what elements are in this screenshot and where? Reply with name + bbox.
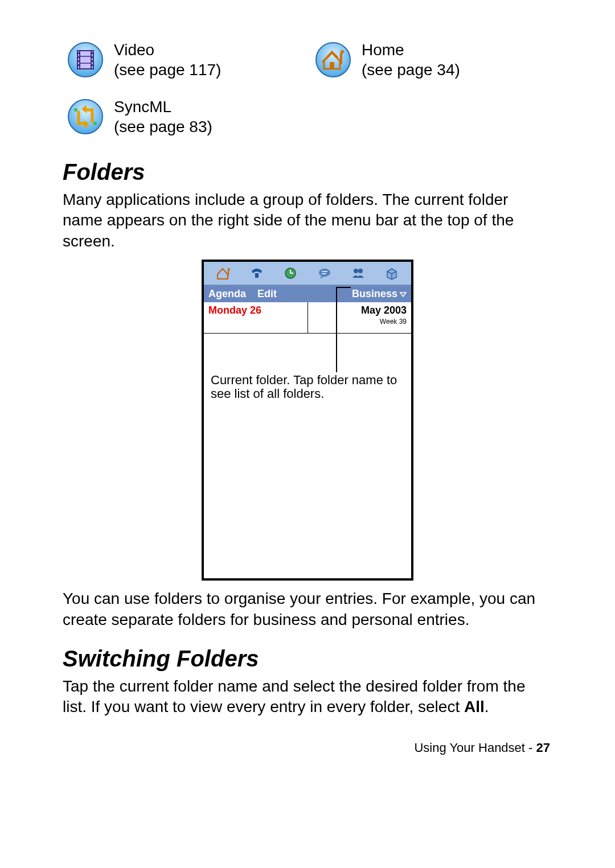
syncml-title: SyncML [114, 98, 171, 116]
device-screenshot: Agenda Edit Business Monday 26 May 2003 … [202, 260, 413, 581]
svg-point-18 [68, 100, 102, 134]
status-clock-icon [283, 266, 298, 280]
svg-rect-8 [78, 60, 80, 62]
svg-point-14 [316, 43, 350, 77]
switching-text-a: Tap the current folder name and select t… [63, 677, 525, 715]
callout-line-vertical [336, 287, 337, 372]
video-label: Video (see page 117) [114, 40, 305, 80]
switching-text-b: . [485, 698, 489, 715]
svg-point-22 [228, 268, 230, 270]
status-home-icon [216, 266, 231, 280]
switching-folders-heading: Switching Folders [63, 646, 552, 672]
folder-name: Business [352, 288, 397, 300]
home-icon [310, 42, 356, 78]
home-label: Home (see page 34) [362, 40, 552, 80]
device-menu-bar: Agenda Edit Business [204, 285, 411, 302]
syncml-ref: (see page 83) [114, 118, 212, 135]
footer-label: Using Your Handset - [414, 741, 536, 755]
device-date-row: Monday 26 May 2003 Week 39 [204, 302, 411, 334]
status-message-icon [317, 266, 332, 280]
menu-edit[interactable]: Edit [257, 288, 277, 300]
svg-rect-7 [78, 56, 80, 58]
callout-text: Current folder. Tap folder name to see l… [211, 373, 404, 401]
svg-rect-23 [255, 273, 259, 278]
device-status-bar [204, 262, 411, 285]
home-title: Home [362, 41, 404, 59]
video-title: Video [114, 41, 154, 59]
video-ref: (see page 117) [114, 61, 221, 79]
footer-page-number: 27 [536, 741, 550, 755]
svg-rect-12 [92, 60, 93, 62]
svg-point-27 [319, 269, 330, 277]
chevron-down-icon [400, 288, 407, 300]
syncml-icon [63, 98, 108, 135]
switching-text-bold: All [464, 698, 485, 715]
page-footer: Using Your Handset - 27 [63, 741, 552, 755]
folders-heading: Folders [63, 159, 552, 185]
switching-folders-paragraph: Tap the current folder name and select t… [63, 676, 552, 718]
svg-rect-9 [78, 64, 80, 66]
folder-dropdown[interactable]: Business [352, 288, 407, 300]
svg-point-19 [74, 108, 77, 112]
svg-point-29 [358, 269, 363, 273]
svg-rect-17 [330, 62, 334, 69]
status-phone-icon [249, 266, 264, 280]
folders-paragraph-2: You can use folders to organise your ent… [63, 589, 552, 630]
date-week: Week 39 [361, 318, 407, 326]
svg-rect-15 [340, 53, 342, 64]
home-ref: (see page 34) [362, 61, 460, 79]
date-day: Monday 26 [208, 305, 261, 333]
status-box-icon [384, 266, 399, 280]
callout-line-horizontal [336, 287, 351, 288]
svg-point-28 [354, 269, 358, 273]
svg-rect-21 [228, 270, 229, 275]
syncml-label: SyncML (see page 83) [114, 97, 305, 137]
svg-rect-11 [92, 56, 93, 58]
menu-agenda[interactable]: Agenda [208, 288, 246, 300]
date-month: May 2003 [361, 305, 407, 316]
svg-point-16 [341, 50, 344, 54]
svg-rect-6 [78, 52, 80, 54]
app-icon-grid: Video (see page 117) Home [63, 40, 552, 137]
video-icon [63, 42, 108, 78]
svg-rect-13 [92, 64, 93, 66]
svg-point-20 [93, 122, 97, 125]
folders-paragraph-1: Many applications include a group of fol… [63, 190, 552, 252]
status-contacts-icon [351, 266, 366, 280]
svg-rect-10 [92, 52, 93, 54]
